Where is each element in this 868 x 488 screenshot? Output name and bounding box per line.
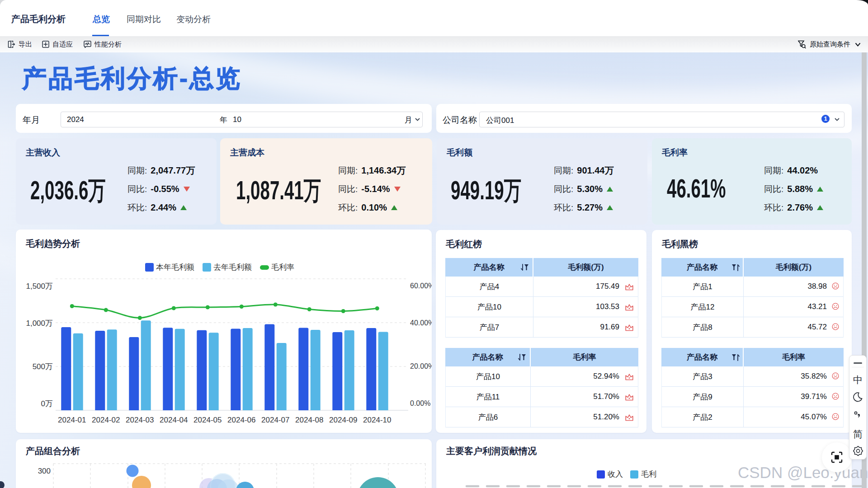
svg-text:1,000万: 1,000万: [26, 319, 53, 328]
svg-text:2024-06: 2024-06: [227, 416, 255, 424]
svg-text:1,500万: 1,500万: [26, 282, 53, 291]
svg-text:2024-02: 2024-02: [92, 416, 120, 424]
svg-text:60.00%: 60.00%: [410, 282, 432, 290]
svg-text:2024-01: 2024-01: [58, 416, 86, 424]
svg-text:2024-09: 2024-09: [329, 416, 357, 424]
svg-text:2024-10: 2024-10: [363, 416, 391, 424]
svg-text:20.00%: 20.00%: [410, 362, 432, 370]
svg-text:0.00%: 0.00%: [410, 399, 430, 407]
svg-text:0万: 0万: [41, 399, 53, 408]
svg-text:2024-03: 2024-03: [126, 416, 154, 424]
svg-text:2024-08: 2024-08: [295, 416, 323, 424]
svg-text:2024-04: 2024-04: [160, 416, 188, 424]
svg-text:300: 300: [38, 467, 51, 475]
svg-text:2024-07: 2024-07: [261, 416, 289, 424]
svg-text:40.00%: 40.00%: [410, 319, 432, 327]
svg-text:2024-05: 2024-05: [193, 416, 222, 424]
svg-text:500万: 500万: [33, 362, 53, 371]
